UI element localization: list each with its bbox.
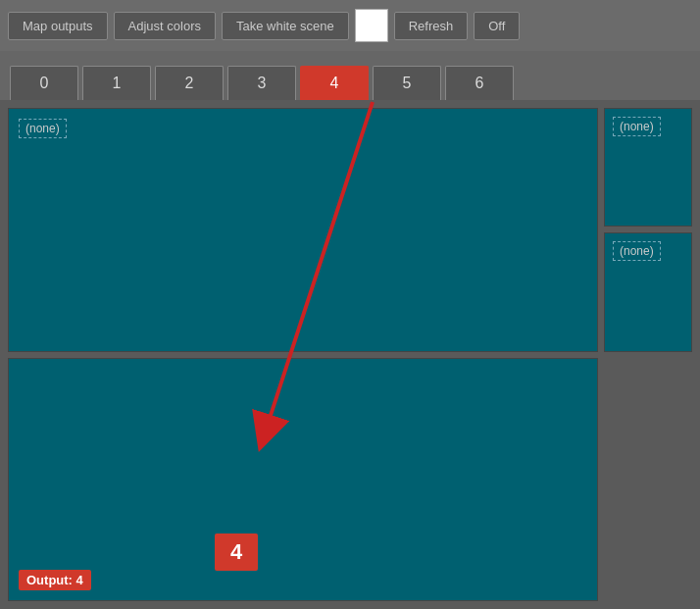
- tab-1[interactable]: 1: [82, 66, 151, 100]
- tab-5[interactable]: 5: [373, 66, 441, 100]
- bottom-left-panel: Output: 4 4: [8, 358, 598, 602]
- tab-2[interactable]: 2: [155, 66, 224, 100]
- top-right-panel: (none): [604, 108, 692, 227]
- white-swatch[interactable]: [355, 9, 388, 42]
- off-button[interactable]: Off: [474, 12, 520, 40]
- bottom-right-panel: (none): [604, 232, 692, 351]
- top-left-panel-label: (none): [19, 119, 67, 138]
- take-white-scene-button[interactable]: Take white scene: [222, 12, 349, 40]
- toolbar: Map outputs Adjust colors Take white sce…: [0, 0, 700, 51]
- tab-4[interactable]: 4: [300, 66, 369, 100]
- top-left-panel: (none): [8, 108, 598, 352]
- main-area: (none) (none) (none) Output: 4 4: [0, 100, 700, 609]
- map-outputs-button[interactable]: Map outputs: [8, 12, 108, 40]
- top-right-panel-label: (none): [613, 117, 661, 136]
- tab-row: 0 1 2 3 4 5 6: [0, 51, 700, 100]
- bottom-right-panel-label: (none): [613, 241, 661, 261]
- tab-6[interactable]: 6: [445, 66, 514, 100]
- adjust-colors-button[interactable]: Adjust colors: [114, 12, 216, 40]
- tab-0[interactable]: 0: [10, 66, 78, 100]
- right-panels: (none) (none): [604, 108, 692, 352]
- refresh-button[interactable]: Refresh: [394, 12, 469, 40]
- output-number: 4: [215, 533, 258, 571]
- tab-3[interactable]: 3: [227, 66, 296, 100]
- output-label: Output: 4: [19, 570, 91, 590]
